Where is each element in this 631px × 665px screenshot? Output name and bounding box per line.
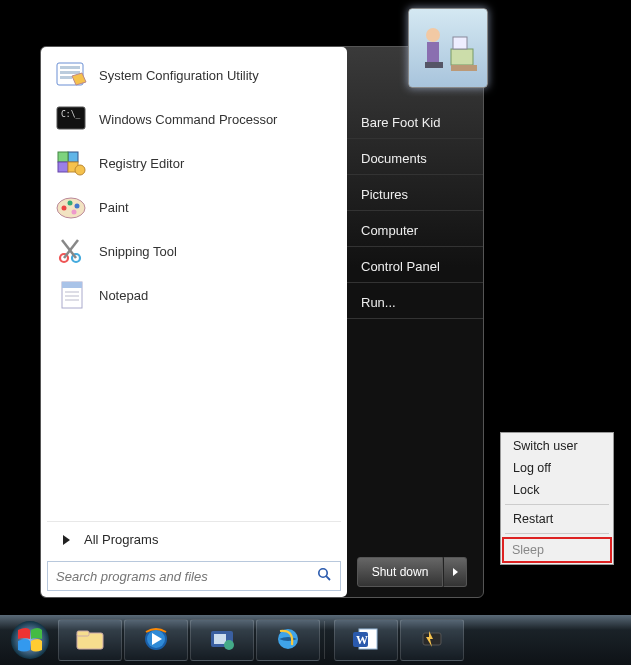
- shutdown-menu-item[interactable]: Lock: [503, 479, 611, 501]
- taskbar-separator: [324, 621, 330, 659]
- svg-line-32: [326, 576, 330, 580]
- program-label: Windows Command Processor: [99, 112, 277, 127]
- shutdown-button[interactable]: Shut down: [357, 557, 443, 587]
- sleep-menu-item[interactable]: Sleep: [502, 537, 612, 563]
- program-list: System Configuration UtilityC:\_Windows …: [47, 53, 341, 517]
- snip-icon: [53, 233, 89, 269]
- notepad-icon: [53, 277, 89, 313]
- svg-text:W: W: [356, 633, 368, 647]
- start-menu-right-panel: Bare Foot KidDocumentsPicturesComputerCo…: [347, 47, 483, 597]
- program-item-regedit[interactable]: Registry Editor: [47, 141, 341, 185]
- taskbar-item-wmp[interactable]: [124, 619, 188, 661]
- svg-rect-9: [60, 76, 72, 79]
- cmd-icon: C:\_: [53, 101, 89, 137]
- search-icon[interactable]: [317, 567, 332, 585]
- power-icon: [415, 625, 449, 656]
- taskbar-item-word[interactable]: W: [334, 619, 398, 661]
- right-panel-item[interactable]: Pictures: [347, 175, 483, 211]
- start-button[interactable]: [4, 619, 56, 661]
- ie-icon: [271, 625, 305, 656]
- svg-text:C:\_: C:\_: [61, 110, 80, 119]
- explorer-icon: [73, 625, 107, 656]
- taskbar: W: [0, 615, 631, 665]
- shutdown-menu-item[interactable]: Restart: [503, 508, 611, 530]
- program-item-cmd[interactable]: C:\_Windows Command Processor: [47, 97, 341, 141]
- right-panel-item[interactable]: Documents: [347, 139, 483, 175]
- triangle-right-icon: [63, 535, 70, 545]
- shutdown-options-button[interactable]: [443, 557, 467, 587]
- svg-rect-13: [58, 152, 68, 162]
- svg-point-16: [75, 165, 85, 175]
- menu-separator: [505, 533, 609, 534]
- shutdown-label: Shut down: [372, 565, 429, 579]
- svg-line-25: [62, 240, 76, 258]
- right-panel-item[interactable]: Computer: [347, 211, 483, 247]
- taskbar-item-power[interactable]: [400, 619, 464, 661]
- program-item-snip[interactable]: Snipping Tool: [47, 229, 341, 273]
- svg-rect-35: [77, 631, 89, 636]
- paint-icon: [53, 189, 89, 225]
- menu-item-label: Sleep: [512, 543, 544, 557]
- svg-line-24: [64, 240, 78, 258]
- program-label: Paint: [99, 200, 129, 215]
- program-label: Notepad: [99, 288, 148, 303]
- svg-rect-5: [425, 62, 443, 68]
- svg-rect-8: [60, 71, 80, 74]
- svg-point-31: [319, 569, 327, 577]
- start-menu: System Configuration UtilityC:\_Windows …: [40, 46, 484, 598]
- user-avatar[interactable]: [408, 8, 488, 88]
- svg-point-33: [11, 621, 49, 659]
- svg-point-3: [426, 28, 440, 42]
- svg-point-20: [75, 204, 80, 209]
- search-box[interactable]: [47, 561, 341, 591]
- svg-point-18: [62, 206, 67, 211]
- unknown-icon: [205, 625, 239, 656]
- word-icon: W: [349, 625, 383, 656]
- taskbar-item-unknown[interactable]: [190, 619, 254, 661]
- svg-rect-39: [214, 634, 226, 644]
- shutdown-menu-item[interactable]: Switch user: [503, 435, 611, 457]
- svg-rect-12: [68, 152, 78, 162]
- program-label: System Configuration Utility: [99, 68, 259, 83]
- search-input[interactable]: [56, 569, 317, 584]
- start-menu-left-panel: System Configuration UtilityC:\_Windows …: [41, 47, 347, 597]
- shutdown-row: Shut down: [357, 557, 467, 587]
- program-item-paint[interactable]: Paint: [47, 185, 341, 229]
- right-panel-item[interactable]: Bare Foot Kid: [347, 103, 483, 139]
- program-label: Registry Editor: [99, 156, 184, 171]
- svg-point-21: [72, 210, 77, 215]
- program-label: Snipping Tool: [99, 244, 177, 259]
- svg-point-40: [224, 640, 234, 650]
- program-item-msconfig[interactable]: System Configuration Utility: [47, 53, 341, 97]
- shutdown-menu-item[interactable]: Log off: [503, 457, 611, 479]
- taskbar-item-explorer[interactable]: [58, 619, 122, 661]
- svg-rect-14: [58, 162, 68, 172]
- wmp-icon: [139, 625, 173, 656]
- regedit-icon: [53, 145, 89, 181]
- menu-separator: [505, 504, 609, 505]
- right-panel-item[interactable]: Control Panel: [347, 247, 483, 283]
- right-panel-item[interactable]: Run...: [347, 283, 483, 319]
- svg-rect-7: [60, 66, 80, 69]
- all-programs-label: All Programs: [84, 532, 158, 547]
- taskbar-item-ie[interactable]: [256, 619, 320, 661]
- msconfig-icon: [53, 57, 89, 93]
- svg-point-19: [68, 201, 73, 206]
- avatar-image-icon: [415, 15, 481, 81]
- shutdown-options-menu: Switch userLog offLock Restart Sleep: [500, 432, 614, 565]
- windows-logo-icon: [10, 620, 50, 660]
- svg-rect-0: [451, 49, 473, 65]
- svg-rect-1: [453, 37, 467, 49]
- svg-rect-4: [427, 42, 439, 62]
- svg-rect-2: [451, 65, 477, 71]
- svg-rect-27: [62, 282, 82, 288]
- program-item-notepad[interactable]: Notepad: [47, 273, 341, 317]
- triangle-right-icon: [453, 568, 458, 576]
- all-programs-button[interactable]: All Programs: [47, 521, 341, 557]
